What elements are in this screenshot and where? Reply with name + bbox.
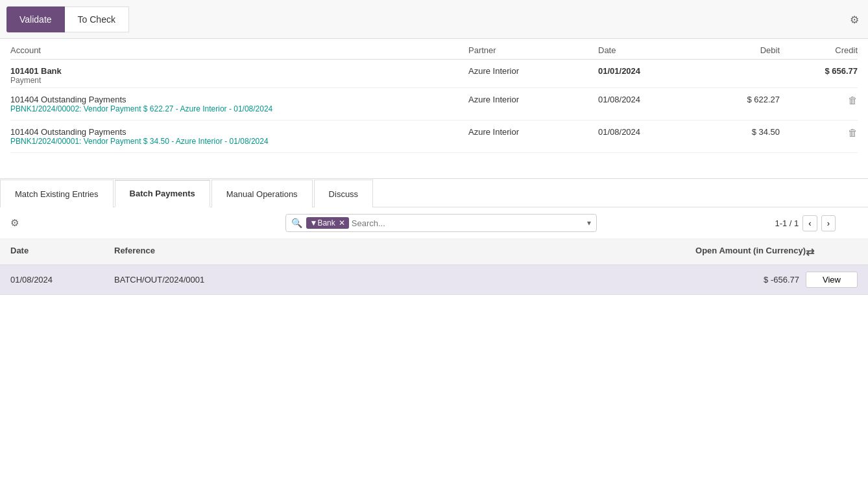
dt-reference-cell: BATCH/OUT/2024/0001	[114, 275, 637, 285]
col-account: Account	[10, 45, 468, 55]
delete-icon[interactable]: 🗑	[848, 127, 858, 138]
date-cell: 01/08/2024	[598, 95, 702, 104]
pagination-label: 1-1 / 1	[775, 218, 799, 228]
tocheck-tab[interactable]: To Check	[65, 6, 129, 32]
tab-batch-payments[interactable]: Batch Payments	[115, 180, 210, 207]
dt-date-cell: 01/08/2024	[10, 275, 114, 285]
account-block: 101404 Outstanding Payments	[10, 127, 468, 137]
settings-icon[interactable]: ⚙	[850, 13, 859, 25]
row-link[interactable]: PBNK1/2024/00002: Vendor Payment $ 622.2…	[10, 104, 858, 117]
tab-discuss[interactable]: Discuss	[314, 180, 374, 207]
row-link[interactable]: PBNK1/2024/00001: Vendor Payment $ 34.50…	[10, 137, 858, 150]
account-name: 101401 Bank	[10, 66, 468, 76]
search-box: 🔍 ▼ Bank ✕ ▾	[285, 214, 597, 232]
bottom-tabs: Match Existing Entries Batch Payments Ma…	[0, 179, 868, 207]
account-name: 101404 Outstanding Payments	[10, 127, 468, 137]
dt-col-date: Date	[10, 246, 114, 258]
table-headers: Account Partner Date Debit Credit	[10, 39, 858, 60]
col-debit: Debit	[702, 45, 780, 55]
col-date: Date	[598, 45, 702, 55]
view-button[interactable]: View	[806, 272, 858, 288]
table-row: 101401 Bank Payment Azure Interior 01/01…	[10, 60, 858, 88]
dropdown-arrow-icon[interactable]: ▾	[587, 218, 591, 228]
col-partner: Partner	[468, 45, 598, 55]
filter-label: Bank	[317, 218, 335, 228]
filter-funnel-icon: ▼	[310, 218, 318, 228]
dt-col-open-amount: Open Amount (in Currency)	[637, 246, 806, 258]
table-row: 101404 Outstanding Payments Azure Interi…	[10, 121, 858, 153]
search-icon: 🔍	[291, 218, 302, 228]
debit-cell: $ 622.27	[702, 95, 780, 104]
account-block: 101404 Outstanding Payments	[10, 95, 468, 104]
next-page-button[interactable]: ›	[821, 215, 836, 231]
account-block: 101401 Bank Payment	[10, 66, 468, 85]
partner-cell: Azure Interior	[468, 66, 598, 76]
search-input[interactable]	[352, 218, 585, 228]
date-cell: 01/01/2024	[598, 66, 702, 76]
dt-table-headers: Date Reference Open Amount (in Currency)…	[0, 239, 868, 265]
date-cell: 01/08/2024	[598, 127, 702, 137]
pagination: 1-1 / 1 ‹ ›	[775, 215, 836, 231]
prev-page-button[interactable]: ‹	[802, 215, 817, 231]
tab-manual-operations[interactable]: Manual Operations	[211, 180, 313, 207]
account-name: 101404 Outstanding Payments	[10, 95, 468, 104]
filter-badge: ▼ Bank ✕	[306, 217, 349, 229]
col-credit: Credit	[780, 45, 858, 55]
section-divider	[0, 153, 868, 179]
search-bar-area: ⚙ 🔍 ▼ Bank ✕ ▾ 1-1 / 1 ‹ ›	[0, 207, 868, 239]
filter-remove-button[interactable]: ✕	[339, 218, 345, 228]
table-row: 101404 Outstanding Payments Azure Interi…	[10, 88, 858, 121]
account-sub: Payment	[10, 76, 468, 85]
top-bar: Validate To Check ⚙	[0, 0, 868, 39]
dt-col-reference: Reference	[114, 246, 637, 258]
credit-cell: $ 656.77	[780, 66, 858, 76]
batch-payments-table: Date Reference Open Amount (in Currency)…	[0, 239, 868, 295]
dt-table-row: 01/08/2024 BATCH/OUT/2024/0001 $ -656.77…	[0, 265, 868, 295]
journal-table: Account Partner Date Debit Credit 101401…	[0, 39, 868, 153]
delete-icon[interactable]: 🗑	[848, 95, 858, 106]
adjust-columns-icon[interactable]: ⇄	[806, 246, 858, 258]
dt-open-amount-cell: $ -656.77	[637, 275, 799, 285]
partner-cell: Azure Interior	[468, 95, 598, 104]
tab-match-existing[interactable]: Match Existing Entries	[0, 180, 114, 207]
partner-cell: Azure Interior	[468, 127, 598, 137]
debit-cell: $ 34.50	[702, 127, 780, 137]
validate-button[interactable]: Validate	[6, 6, 65, 32]
gear-small-icon[interactable]: ⚙	[10, 217, 19, 229]
